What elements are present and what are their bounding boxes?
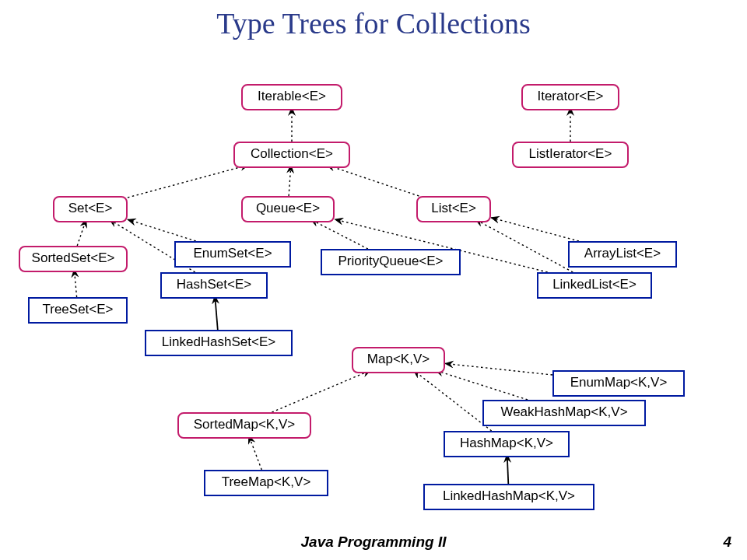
node-treeset: TreeSet<E> [28, 297, 128, 324]
node-treemap: TreeMap<K,V> [204, 470, 328, 496]
node-linkedhashset: LinkedHashSet<E> [145, 330, 293, 356]
node-priorityqueue: PriorityQueue<E> [321, 249, 461, 275]
slide-title: Type Trees for Collections [0, 6, 747, 40]
node-queue: Queue<E> [241, 196, 335, 222]
page-number: 4 [723, 534, 731, 551]
edge-set-to-collection [128, 165, 249, 198]
node-listiterator: ListIerator<E> [512, 142, 629, 168]
node-weakhashmap: WeakHashMap<K,V> [482, 400, 646, 426]
node-arraylist: ArrayList<E> [568, 241, 677, 268]
node-sortedmap: SortedMap<K,V> [177, 412, 311, 439]
node-iterable: Iterable<E> [241, 84, 342, 110]
edge-sortedmap-to-map [272, 370, 370, 412]
node-enumset: EnumSet<E> [174, 241, 291, 268]
node-hashset: HashSet<E> [160, 272, 268, 299]
node-iterator: Iterator<E> [521, 84, 619, 110]
edge-treeset-to-sortedset [74, 269, 76, 297]
edge-enumset-to-set [128, 219, 196, 241]
slide-footer: Java Programming II [0, 534, 747, 551]
edge-sortedset-to-set [77, 219, 86, 246]
edge-linkedhashset-to-hashset [215, 296, 218, 330]
edge-priorityqueue-to-queue [310, 219, 368, 249]
node-hashmap: HashMap<K,V> [444, 431, 570, 457]
edge-enummap-to-map [445, 363, 552, 375]
node-sortedset: SortedSet<E> [19, 246, 128, 272]
node-map: Map<K,V> [352, 347, 445, 373]
edge-list-to-collection [327, 165, 419, 196]
node-set: Set<E> [53, 196, 128, 222]
edge-linkedlist-to-list [475, 219, 573, 272]
node-collection: Collection<E> [233, 142, 350, 168]
edge-queue-to-collection [289, 165, 291, 196]
edge-linkedhashmap-to-hashmap [507, 454, 509, 484]
edge-hashmap-to-map [413, 370, 491, 431]
edge-arraylist-to-list [491, 218, 579, 241]
node-linkedlist: LinkedList<E> [537, 272, 652, 299]
edge-treemap-to-sortedmap [249, 436, 262, 470]
node-enummap: EnumMap<K,V> [552, 370, 685, 397]
node-linkedhashmap: LinkedHashMap<K,V> [423, 484, 594, 510]
node-list: List<E> [416, 196, 491, 222]
edge-weakhashmap-to-map [435, 370, 528, 400]
